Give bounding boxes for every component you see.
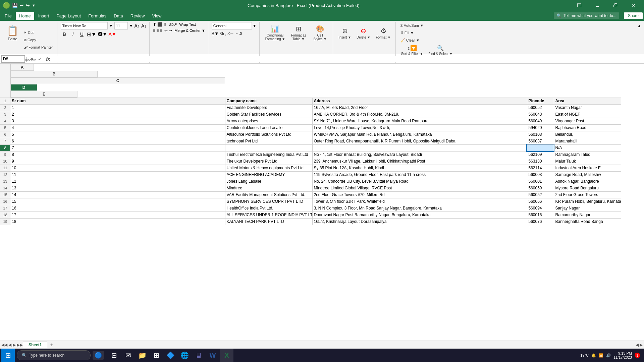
cell[interactable]: 3 [10, 118, 225, 124]
start-button[interactable]: ⊞ [1, 349, 15, 362]
cell[interactable]: Ashok Nagar, Bangalore [554, 178, 621, 185]
cell[interactable]: 12 [10, 178, 225, 185]
notification-icon[interactable]: 🔔 [591, 353, 596, 358]
row-number[interactable]: 3 [0, 111, 10, 118]
cell[interactable]: 2nd Floor Grace Towers [554, 191, 621, 198]
row-number[interactable]: 17 [0, 205, 10, 212]
menu-file[interactable]: File [1, 12, 15, 20]
row-number[interactable]: 16 [0, 198, 10, 205]
word-icon[interactable]: W [206, 349, 219, 362]
cell[interactable]: 119 Sylvestra Arcade, Ground Floor, East… [312, 171, 527, 178]
notification-badge[interactable]: 1 [635, 353, 640, 358]
font-size-input[interactable] [114, 22, 128, 29]
delete-button[interactable]: ⊖ Delete ▼ [355, 22, 373, 44]
format-painter-button[interactable]: 🖌 Format Painter [22, 44, 54, 51]
cell[interactable]: KALYANI TECH PARK PVT LTD [225, 218, 312, 225]
number-format-dropdown[interactable] [212, 22, 252, 29]
cut-button[interactable]: ✂ Cut [22, 29, 54, 36]
cell[interactable]: KR Puram Hobli, Bengaluru, Karnataka [554, 198, 621, 205]
orientation-icon[interactable]: ab↗ [169, 22, 177, 27]
cell[interactable] [225, 144, 312, 151]
cell[interactable]: 2nd Floor Grace Towers #70, Millers Rd [312, 191, 527, 198]
cell[interactable]: 10 [10, 165, 225, 171]
cell[interactable]: Mindtree Limited Global Village, RVCE Po… [312, 185, 527, 191]
row-number[interactable]: 6 [0, 131, 10, 138]
font-size-dropdown-icon[interactable]: ▼ [129, 23, 133, 28]
align-right-icon[interactable]: ≡ [160, 28, 162, 33]
cell[interactable]: 17 [10, 212, 225, 218]
close-button[interactable]: ✕ [626, 0, 641, 11]
decrease-indent-icon[interactable]: ⇐ [164, 28, 168, 33]
cell[interactable]: 239, Anchemuskur Village, Lakkur Hobli, … [312, 158, 527, 165]
cell[interactable]: 560003 [527, 171, 554, 178]
cell[interactable]: 6 [10, 138, 225, 144]
share-button[interactable]: Share [624, 12, 643, 19]
cell[interactable]: Level 14,Prestige Khoday Tower,No. 3 & 5… [312, 124, 527, 131]
task-view-icon[interactable]: ⊟ [107, 349, 121, 362]
cell[interactable]: 165/2, Krishnaraja Layout Dorasanipalya [312, 218, 527, 225]
cell-styles-button[interactable]: 🎨 CellStyles ▼ [310, 22, 330, 44]
conditional-formatting-button[interactable]: 📊 ConditionalFormatting ▼ [263, 22, 287, 44]
merge-center-dropdown[interactable]: Merge & Center ▼ [174, 28, 205, 33]
row-number[interactable]: 1 [0, 98, 10, 104]
font-color-icon[interactable]: A▼ [108, 32, 116, 37]
cell[interactable]: Golden Star Facilities Services [225, 111, 312, 118]
undo-icon[interactable]: ↩ [20, 3, 24, 8]
cell[interactable]: No - 4, 1st Floor Bharat Building, Basve… [312, 151, 527, 158]
row-number[interactable]: 14 [0, 185, 10, 191]
increase-font-icon[interactable]: A↑ [135, 23, 140, 28]
redo-icon[interactable]: ↪ [26, 3, 30, 8]
taskbar-search-box[interactable]: 🔍 Type here to search [17, 350, 91, 360]
cell[interactable]: AMBIKA CORNER, 3rd & 4th Floor,No. 3M-21… [312, 111, 527, 118]
col-header-c[interactable]: C [10, 77, 225, 84]
cell[interactable]: Mindtree [225, 185, 312, 191]
sheet-nav-arrows[interactable]: ◀◀ ◀ ▶ ▶▶ [1, 343, 23, 347]
cell[interactable]: 560016 [527, 212, 554, 218]
microsoft-store-icon[interactable]: ⊞ [150, 349, 163, 362]
cell[interactable]: 15 [10, 198, 225, 205]
cell-reference-input[interactable]: D8 [1, 55, 25, 63]
cell[interactable]: 8 [10, 151, 225, 158]
row-number[interactable]: 9 [0, 151, 10, 158]
chrome-icon[interactable]: 🌐 [178, 349, 191, 362]
cell[interactable]: 2 [10, 111, 225, 118]
cell[interactable]: 560001 [527, 178, 554, 185]
col-header-e[interactable]: E [10, 91, 77, 98]
menu-view[interactable]: View [149, 12, 165, 20]
cell[interactable]: N/A [554, 144, 621, 151]
mail-icon[interactable]: ✉ [121, 349, 135, 362]
cell[interactable]: Tower 3, 5th floor,SJR I Park, Whitefiel… [312, 198, 527, 205]
edge-icon[interactable]: 🔷 [164, 349, 177, 362]
sheet-tab-sheet1[interactable]: Sheet1 [23, 342, 47, 348]
cell[interactable]: ALL SERVICES UNDER 1 ROOF INDIA PVT LTD [225, 212, 312, 218]
cell[interactable]: 560052 [527, 104, 554, 111]
percent-icon[interactable]: % [220, 31, 224, 36]
row-number[interactable]: 2 [0, 104, 10, 111]
cell[interactable]: 4 [10, 124, 225, 131]
cell[interactable]: Arrow enterprises [225, 118, 312, 124]
increase-indent-icon[interactable]: ⇒ [169, 28, 172, 33]
cell[interactable]: 560037 [527, 138, 554, 144]
font-name-input[interactable] [61, 22, 108, 29]
align-left-icon[interactable]: ≡ [153, 28, 155, 33]
cell[interactable]: WM9C+VMW, Sarjapur Main Rd, Bellandur, B… [312, 131, 527, 138]
cell[interactable]: Trishul Electromech Engineering India Pv… [225, 151, 312, 158]
cell[interactable]: 560052 [527, 191, 554, 198]
row-number[interactable]: 10 [0, 158, 10, 165]
grid-container[interactable]: A B C D E 1Sr numCompany nameAddressPinc… [0, 64, 644, 341]
row-number[interactable]: 19 [0, 218, 10, 225]
fill-color-icon[interactable]: 🅐▼ [98, 32, 107, 37]
cell[interactable]: Raj bhavan Road [554, 124, 621, 131]
col-header-b[interactable]: B [10, 71, 98, 77]
cell[interactable] [312, 144, 527, 151]
menu-data[interactable]: Data [110, 12, 126, 20]
row-number[interactable]: 5 [0, 124, 10, 131]
align-middle-icon[interactable]: ⬛ [157, 22, 162, 27]
number-format-dropdown-icon[interactable]: ▼ [253, 23, 257, 28]
cell[interactable]: Featherlite Developers [225, 104, 312, 111]
add-sheet-button[interactable]: + [47, 341, 56, 349]
row-number[interactable]: 12 [0, 171, 10, 178]
cell[interactable]: 560043 [527, 111, 554, 118]
cell[interactable]: Bannerghatta Road Banga [554, 218, 621, 225]
align-center-icon[interactable]: ≡ [156, 28, 159, 33]
